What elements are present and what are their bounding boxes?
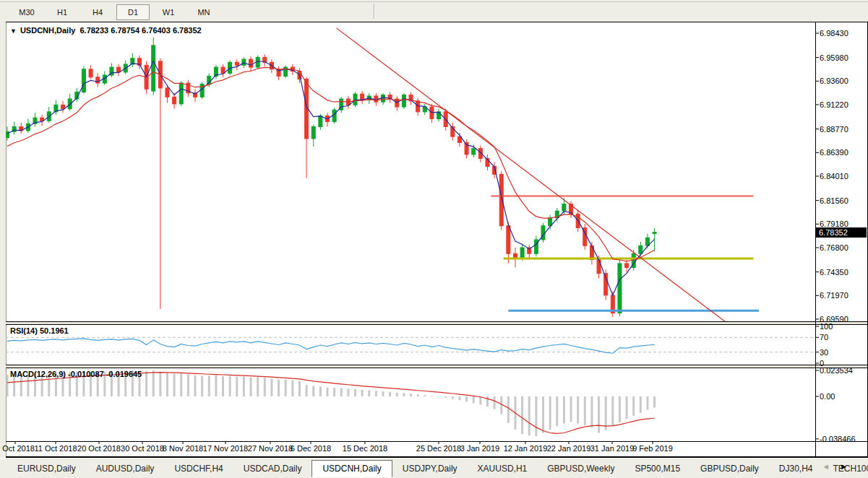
macd-bar: [577, 396, 579, 424]
macd-bar: [250, 378, 252, 396]
date-axis-label: 25 Dec 2018: [416, 444, 461, 453]
macd-bar: [319, 386, 322, 396]
date-axis-label: 30 Oct 2018: [121, 444, 164, 453]
macd-bar: [333, 388, 335, 396]
macd-bar: [410, 394, 412, 396]
macd-bar: [340, 388, 343, 396]
macd-axis-label: 0.023534: [820, 366, 853, 375]
macd-bar: [173, 374, 176, 396]
date-axis-label: 6 Dec 2018: [291, 444, 331, 453]
date-axis-label: 3 Jan 2019: [460, 444, 499, 453]
macd-label: MACD(12,26,9) -0.010087 -0.019645: [10, 370, 142, 378]
chart-tab-gbpusd-daily[interactable]: GBPUSD,Daily: [690, 461, 769, 477]
macd-bar: [145, 371, 147, 396]
price-axis-label: 6.98430: [820, 29, 848, 38]
macd-bar: [354, 389, 356, 396]
rsi-label: RSI(14) 50.1961: [10, 326, 69, 335]
macd-bar: [187, 374, 189, 396]
chart-tab-sp500-m15[interactable]: SP500,M15: [624, 461, 690, 477]
price-axis-label: 6.95980: [820, 53, 848, 62]
tab-scroll-arrows: ◄►: [822, 462, 858, 471]
macd-bar: [598, 396, 600, 433]
macd-bar: [264, 378, 266, 396]
macd-bar: [243, 376, 245, 396]
mt4-window: { "toolbar": { "timeframes": [ {"label":…: [0, 0, 868, 478]
chart-tab-dj30-h4[interactable]: DJ30,H4: [769, 461, 823, 477]
main-price-pane: [6, 28, 760, 325]
ma-fast-line: [7, 61, 655, 295]
macd-bar: [257, 377, 259, 396]
macd-bar: [278, 380, 280, 396]
chart-tab-audusd-daily[interactable]: AUDUSD,Daily: [86, 461, 165, 477]
date-axis-label: 11 Oct 2018: [34, 444, 77, 453]
date-axis-label: 12 Jan 2019: [504, 444, 548, 453]
macd-bar: [570, 396, 572, 422]
chart-tab-xauusd-h1[interactable]: XAUUSD,H1: [468, 461, 538, 477]
macd-bar: [382, 391, 384, 396]
price-axis-label: 6.84010: [820, 172, 848, 181]
price-axis-label: 6.88770: [820, 125, 848, 134]
macd-bar: [208, 375, 210, 396]
macd-bar: [458, 396, 460, 400]
date-axis-label: 17 Nov 2018: [203, 444, 248, 453]
price-axis-label: 6.81560: [820, 196, 848, 205]
chart-menu-icon[interactable]: ▼: [10, 27, 17, 35]
macd-bar: [535, 396, 537, 436]
macd-bar: [521, 396, 523, 434]
price-axis-label: 6.71970: [820, 291, 848, 300]
chart-tab-usdcad-daily[interactable]: USDCAD,Daily: [233, 461, 312, 477]
macd-bar: [222, 376, 224, 396]
rsi-line: [7, 339, 655, 353]
tab-scroll-left-icon[interactable]: ◄: [822, 462, 840, 471]
date-axis-label: 20 Oct 2018: [77, 444, 121, 453]
macd-bar: [611, 396, 614, 426]
chart-canvas[interactable]: [0, 0, 868, 478]
macd-bar: [368, 390, 370, 396]
macd-bar: [486, 396, 489, 407]
macd-bar: [215, 375, 217, 396]
macd-bar: [465, 396, 468, 401]
macd-bar: [542, 396, 544, 433]
date-axis-label: 2 Oct 2018: [0, 444, 35, 453]
macd-bar: [298, 381, 301, 396]
chart-tab-usdcnh-daily[interactable]: USDCNH,Daily: [311, 460, 392, 477]
chart-tab-gbpusd-weekly[interactable]: GBPUSD,Weekly: [537, 461, 624, 477]
chart-symbol-label: USDCNH,Daily: [20, 26, 75, 35]
macd-bar: [396, 393, 398, 396]
macd-bar: [626, 396, 628, 419]
macd-bar: [285, 379, 287, 396]
date-axis-label: 22 Jan 2019: [547, 444, 591, 453]
rsi-axis-label: 100: [820, 322, 833, 331]
macd-bar: [166, 373, 168, 396]
macd-bar: [389, 392, 391, 396]
chart-tab-usdchf-h4[interactable]: USDCHF,H4: [164, 461, 233, 477]
macd-bar: [306, 385, 308, 396]
rsi-axis-label: 30: [820, 348, 828, 357]
trendline[interactable]: [336, 28, 729, 325]
macd-bar: [159, 372, 161, 396]
rsi-value: 50.1961: [40, 326, 69, 335]
price-axis-label: 6.76800: [820, 243, 848, 252]
macd-values: -0.010087 -0.019645: [68, 370, 142, 378]
macd-bar: [549, 396, 551, 430]
macd-bar: [632, 396, 635, 416]
date-axis-label: 27 Nov 2018: [248, 444, 293, 453]
date-axis-label: 8 Nov 2018: [163, 444, 203, 453]
chart-tab-eurusd-daily[interactable]: EURUSD,Daily: [7, 461, 86, 477]
rsi-axis-label: 70: [820, 333, 828, 342]
price-axis-label: 6.93600: [820, 77, 848, 85]
macd-bar: [507, 396, 510, 423]
chart-tab-usdjpy-daily[interactable]: USDJPY,Daily: [392, 461, 468, 477]
macd-bar: [194, 375, 197, 396]
price-axis-label: 6.74350: [820, 268, 848, 277]
macd-axis-label: -0.038466: [820, 435, 856, 443]
price-axis-label: 6.91220: [820, 100, 848, 109]
macd-bar: [236, 377, 238, 396]
macd-bar: [403, 393, 405, 396]
macd-bar: [605, 396, 607, 430]
macd-bar: [556, 396, 558, 426]
chart-title[interactable]: ▼USDCNH,Daily 6.78233 6.78754 6.76403 6.…: [10, 26, 202, 35]
macd-bar: [424, 395, 426, 396]
price-axis-label: 6.86390: [820, 148, 848, 157]
tab-scroll-right-icon[interactable]: ►: [840, 462, 858, 471]
